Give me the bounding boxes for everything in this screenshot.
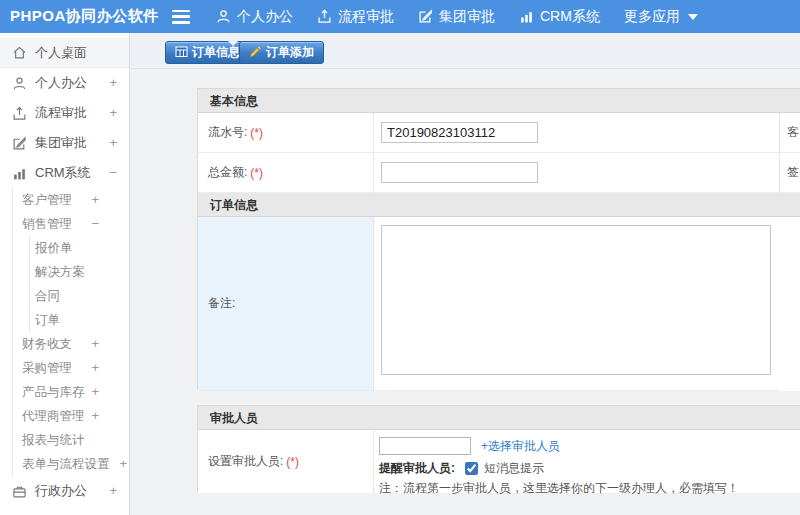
upload-icon — [12, 106, 27, 121]
select-approver-link[interactable]: +选择审批人员 — [481, 438, 560, 455]
tab-order-add[interactable]: 订单添加 — [239, 41, 324, 64]
sidebar-item-admin-office[interactable]: 行政办公 + — [0, 476, 129, 506]
sidebar-item-personal-desktop[interactable]: 个人桌面 — [0, 38, 129, 68]
serial-label: 流水号: (*) — [198, 113, 374, 153]
sidebar-item-label: 财务收支 — [22, 337, 72, 351]
expand-toggle[interactable]: + — [119, 452, 127, 476]
crm-submenu: 客户管理 + 销售管理 − 报价单 解决方案 合同 订单 — [12, 188, 129, 476]
upload-icon — [317, 9, 332, 24]
sidebar-item-quotation[interactable]: 报价单 — [30, 236, 129, 260]
sidebar-item-product-inventory[interactable]: 产品与库存 + — [13, 380, 129, 404]
sidebar-item-finance[interactable]: 财务收支 + — [13, 332, 129, 356]
sidebar-item-label: CRM系统 — [35, 158, 91, 188]
sidebar-item-label: 订单 — [35, 313, 60, 327]
required-mark: (*) — [286, 455, 299, 469]
tab-label: 订单信息 — [192, 44, 240, 61]
expand-toggle[interactable]: + — [91, 356, 99, 380]
nav-group-approval[interactable]: 集团审批 — [418, 8, 495, 26]
app-window: PHPOA协同办公软件 个人办公 流程审批 — [0, 0, 800, 515]
remark-textarea-cell — [374, 217, 779, 391]
sidebar-item-label: 解决方案 — [35, 265, 85, 279]
required-mark: (*) — [250, 126, 263, 140]
amount-label: 总金额: (*) — [198, 153, 374, 193]
sidebar-item-label: 集团审批 — [35, 128, 87, 158]
approver-content-cell: +选择审批人员 提醒审批人员: 短消息提示 注：流程第一步审批人员，这里选择你的… — [374, 430, 800, 493]
sidebar-item-agent-management[interactable]: 代理商管理 + — [13, 404, 129, 428]
expand-toggle[interactable]: + — [109, 128, 117, 158]
nav-label: CRM系统 — [540, 8, 600, 26]
main-content: 订单信息 订单添加 基本信息 流水号: (*) — [130, 33, 800, 515]
approver-panel: 审批人员 设置审批人员: (*) +选择审批人员 提醒审批人员: — [197, 405, 800, 492]
collapse-toggle[interactable]: − — [109, 158, 117, 188]
app-title: PHPOA协同办公软件 — [0, 7, 172, 26]
form-row-serial: 流水号: (*) 客 — [198, 113, 800, 153]
edit-icon — [12, 136, 27, 151]
sidebar-item-form-workflow-settings[interactable]: 表单与流程设置 + — [13, 452, 129, 476]
nav-more-apps[interactable]: 更多应用 — [624, 8, 698, 26]
sidebar-item-purchase-management[interactable]: 采购管理 + — [13, 356, 129, 380]
sidebar-item-crm-system[interactable]: CRM系统 − — [0, 158, 129, 188]
section-header-approver: 审批人员 — [198, 406, 800, 430]
hamburger-menu-icon[interactable] — [172, 10, 190, 24]
expand-toggle[interactable]: + — [91, 404, 99, 428]
nav-workflow-approval[interactable]: 流程审批 — [317, 8, 394, 26]
chevron-down-icon — [688, 14, 698, 20]
sidebar-item-sales-management[interactable]: 销售管理 − — [13, 212, 129, 236]
nav-label: 个人办公 — [237, 8, 293, 26]
tab-notch — [228, 41, 238, 46]
home-icon — [12, 45, 27, 60]
sidebar-item-solution[interactable]: 解决方案 — [30, 260, 129, 284]
sms-notify-checkbox[interactable] — [465, 462, 478, 475]
amount-input-cell — [374, 153, 779, 193]
pencil-add-icon — [249, 45, 262, 61]
expand-toggle[interactable]: + — [91, 188, 99, 212]
expand-toggle[interactable]: + — [109, 98, 117, 128]
sidebar-item-personal-office[interactable]: 个人办公 + — [0, 68, 129, 98]
expand-toggle[interactable]: + — [91, 332, 99, 356]
approver-note: 注：流程第一步审批人员，这里选择你的下一级办理人，必需填写！ — [379, 480, 800, 497]
required-mark: (*) — [250, 166, 263, 180]
sidebar-item-label: 个人办公 — [35, 68, 87, 98]
top-navbar: PHPOA协同办公软件 个人办公 流程审批 — [0, 0, 800, 33]
nav-personal-office[interactable]: 个人办公 — [216, 8, 293, 26]
sidebar: 个人桌面 个人办公 + 流程审批 + — [0, 33, 130, 515]
expand-toggle[interactable]: + — [91, 380, 99, 404]
grid-icon — [175, 45, 188, 61]
nav-label: 更多应用 — [624, 8, 680, 26]
section-header-order-info: 订单信息 — [198, 193, 800, 217]
bar-chart-icon — [12, 166, 27, 181]
user-icon — [12, 76, 27, 91]
sms-notify-label: 短消息提示 — [484, 460, 544, 477]
sidebar-item-label: 合同 — [35, 289, 60, 303]
approver-input[interactable] — [379, 437, 471, 455]
collapse-toggle[interactable]: − — [91, 212, 99, 236]
serial-input-cell — [374, 113, 779, 153]
sidebar-item-contract[interactable]: 合同 — [30, 284, 129, 308]
sidebar-item-label: 销售管理 — [22, 217, 72, 231]
expand-toggle[interactable]: + — [109, 476, 117, 506]
nav-label: 集团审批 — [439, 8, 495, 26]
form-row-remark: 备注: — [198, 217, 800, 391]
sidebar-item-order[interactable]: 订单 — [30, 308, 129, 332]
sidebar-item-label: 采购管理 — [22, 361, 72, 375]
remark-textarea[interactable] — [381, 225, 771, 375]
edit-icon — [418, 9, 433, 24]
tab-label: 订单添加 — [266, 44, 314, 61]
approver-label: 设置审批人员: (*) — [198, 430, 374, 493]
serial-input[interactable] — [381, 122, 538, 143]
sidebar-item-reports-statistics[interactable]: 报表与统计 — [13, 428, 129, 452]
form-row-amount: 总金额: (*) 签 — [198, 153, 800, 193]
sidebar-item-group-approval[interactable]: 集团审批 + — [0, 128, 129, 158]
sidebar-item-label: 客户管理 — [22, 193, 72, 207]
sidebar-item-customer-management[interactable]: 客户管理 + — [13, 188, 129, 212]
order-form-panel: 基本信息 流水号: (*) 客 总金额: (*) 签 — [197, 88, 800, 390]
expand-toggle[interactable]: + — [109, 68, 117, 98]
remark-label: 备注: — [198, 217, 374, 391]
nav-crm-system[interactable]: CRM系统 — [519, 8, 600, 26]
nav-label: 流程审批 — [338, 8, 394, 26]
amount-input[interactable] — [381, 162, 538, 183]
tab-strip: 订单信息 订单添加 — [130, 33, 800, 69]
sidebar-item-workflow-approval[interactable]: 流程审批 + — [0, 98, 129, 128]
sidebar-item-label: 流程审批 — [35, 98, 87, 128]
briefcase-icon — [12, 484, 27, 499]
